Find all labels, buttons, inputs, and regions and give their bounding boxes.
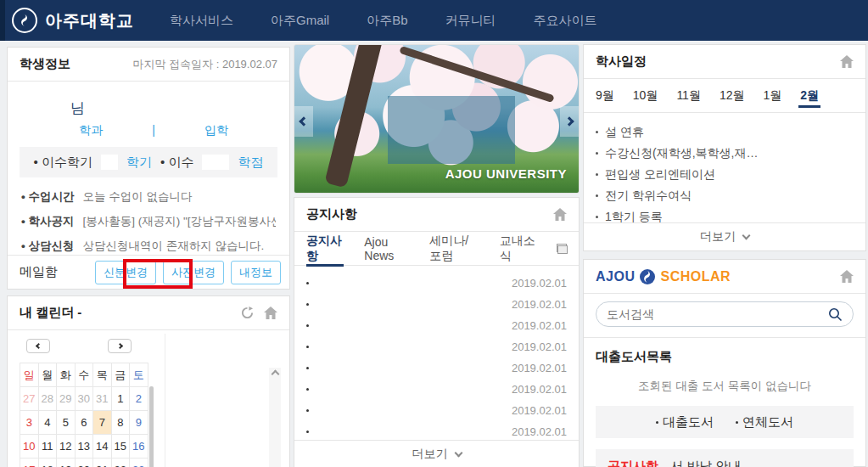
student-name-line: 님 — [8, 98, 289, 118]
mailbox-label[interactable]: 메일함 — [20, 264, 88, 280]
menu-item-academic-services[interactable]: 학사서비스 — [170, 13, 233, 29]
change-status-button[interactable]: 신분변경 — [95, 261, 156, 284]
calendar-prev-button[interactable] — [26, 339, 50, 353]
calendar-day-cell[interactable]: 20 — [76, 459, 94, 467]
calendar-day-cell[interactable]: 5 — [57, 411, 76, 435]
calendar-day-cell[interactable]: 11 — [39, 435, 58, 459]
notices-panel: 공지사항 공지사항 Ajou News 세미나/포럼 교내소식 2019.02.… — [294, 197, 580, 467]
calendar-next-button[interactable] — [108, 339, 132, 353]
ajou-scholar-logo[interactable]: AJOU SCHOLAR — [596, 268, 731, 285]
tab-ajou-news[interactable]: Ajou News — [364, 232, 409, 266]
university-logo[interactable]: 아주대학교 — [0, 8, 134, 33]
calendar-scrollbar-thumb[interactable] — [149, 386, 154, 467]
class-time-row: • 수업시간오늘 수업이 없습니다 — [21, 189, 276, 205]
tab-loaned-books[interactable]: 대출도서 — [656, 414, 714, 430]
my-calendar-panel: 내 캘린더 - 일 월 화 수 목 금 토 27 28 29 30 31 1 2… — [7, 295, 290, 467]
calendar-day-cell[interactable]: 28 — [39, 387, 58, 411]
calendar-day-cell[interactable]: 27 — [20, 387, 39, 411]
tab-month-feb[interactable]: 2월 — [800, 79, 819, 113]
calendar-day-cell[interactable]: 22 — [112, 459, 131, 467]
home-icon[interactable] — [553, 208, 567, 221]
counseling-row: • 상담신청상담신청내역이 존재하지 않습니다. — [21, 239, 276, 254]
refresh-icon[interactable] — [241, 307, 254, 319]
calendar-day-cell[interactable]: 14 — [93, 435, 112, 459]
calendar-today-cell[interactable]: 7 — [93, 411, 112, 435]
calendar-day-cell[interactable]: 12 — [57, 435, 76, 459]
notice-item[interactable]: 2019.02.01 — [306, 400, 567, 421]
change-photo-button[interactable]: 사진변경 — [163, 261, 224, 284]
home-icon[interactable] — [264, 307, 277, 319]
tab-seminar-forum[interactable]: 세미나/포럼 — [429, 232, 479, 266]
top-navbar: 아주대학교 학사서비스 아주Gmail 아주Bb 커뮤니티 주요사이트 — [0, 0, 868, 41]
notice-item[interactable]: 2019.02.01 — [306, 273, 567, 294]
day-header: 토 — [130, 363, 148, 387]
calendar-day-cell[interactable]: 8 — [112, 411, 131, 435]
semester-credit-box: • 이수학기 학기 • 이수 학점 — [20, 147, 277, 177]
notice-item[interactable]: 2019.02.01 — [306, 294, 567, 315]
search-icon[interactable] — [828, 307, 843, 322]
tab-month-oct[interactable]: 10월 — [633, 79, 658, 113]
home-icon[interactable] — [840, 270, 854, 283]
calendar-day-cell[interactable]: 1 — [112, 387, 131, 411]
tab-overdue-books[interactable]: 연체도서 — [736, 414, 793, 430]
tab-campus-news[interactable]: 교내소식 — [500, 232, 537, 266]
notice-item[interactable]: 2019.02.01 — [306, 336, 567, 357]
calendar-day-cell[interactable]: 21 — [93, 459, 112, 467]
notice-item[interactable]: 2019.02.01 — [306, 357, 567, 379]
schedule-item[interactable]: 설 연휴 — [596, 121, 854, 143]
calendar-day-cell[interactable]: 19 — [57, 459, 76, 467]
book-search-input[interactable] — [607, 307, 828, 321]
tab-month-dec[interactable]: 12월 — [720, 79, 745, 113]
tab-month-nov[interactable]: 11월 — [676, 79, 701, 113]
tab-month-jan[interactable]: 1월 — [764, 79, 782, 113]
calendar-body: 일 월 화 수 목 금 토 27 28 29 30 31 1 2 3 4 5 6… — [8, 330, 289, 467]
schedule-item[interactable]: 편입생 오리엔테이션 — [596, 164, 854, 185]
menu-item-bb[interactable]: 아주Bb — [367, 13, 407, 29]
calendar-day-cell[interactable]: 17 — [20, 459, 39, 467]
slider-next-button[interactable] — [560, 106, 579, 137]
academic-notice-row[interactable]: • 학사공지[봉사활동] (재공지) "[강남구자원봉사센터]… — [21, 214, 276, 229]
my-info-button[interactable]: 내정보 — [231, 261, 281, 284]
tab-notices[interactable]: 공지사항 — [306, 232, 344, 266]
notice-item[interactable]: 2019.02.01 — [306, 379, 567, 400]
photo-tree-trunk — [324, 44, 384, 188]
last-access-date: 마지막 접속일자 : 2019.02.07 — [132, 57, 277, 72]
calendar-day-cell[interactable]: 29 — [57, 387, 76, 411]
menu-item-gmail[interactable]: 아주Gmail — [271, 13, 329, 29]
day-header: 수 — [76, 363, 94, 387]
chevron-down-icon — [454, 449, 462, 458]
calendar-day-cell[interactable]: 16 — [130, 435, 148, 459]
schedule-item[interactable]: 전기 학위수여식 — [596, 185, 854, 206]
student-info-rows: • 수업시간오늘 수업이 없습니다 • 학사공지[봉사활동] (재공지) "[강… — [8, 177, 289, 254]
calendar-day-cell[interactable]: 18 — [39, 459, 58, 467]
calendar-day-cell[interactable]: 4 — [39, 411, 58, 435]
calendar-day-cell[interactable]: 3 — [20, 411, 39, 435]
calendar-day-cell[interactable]: 31 — [93, 387, 112, 411]
slider-prev-button[interactable] — [294, 106, 313, 137]
calendar-day-cell[interactable]: 2 — [130, 387, 148, 411]
schedule-item[interactable]: 수강신청(재학생,복학생,재… — [596, 143, 854, 164]
calendar-day-cell[interactable]: 15 — [112, 435, 131, 459]
student-info-title: 학생정보 — [20, 56, 70, 72]
schedule-header: 학사일정 — [584, 45, 865, 79]
schedule-more-button[interactable]: 더보기 — [584, 222, 865, 250]
calendar-day-cell[interactable]: 6 — [76, 411, 94, 435]
mailbox-row: 메일함 신분변경 사진변경 내정보 — [8, 255, 289, 289]
notice-item[interactable]: 2019.02.01 — [306, 315, 567, 336]
day-header: 화 — [57, 363, 76, 387]
tab-month-sep[interactable]: 9월 — [596, 79, 614, 113]
library-notice-row[interactable]: 공지사항 서 반납 안내 — [596, 449, 854, 467]
calendar-day-cell[interactable]: 10 — [20, 435, 39, 459]
calendar-day-cell[interactable]: 30 — [76, 387, 94, 411]
panel-scrollbar[interactable] — [269, 368, 281, 467]
home-icon[interactable] — [840, 55, 854, 68]
open-window-icon[interactable] — [557, 244, 567, 254]
menu-item-community[interactable]: 커뮤니티 — [445, 13, 496, 29]
calendar-divider — [165, 334, 165, 467]
notice-list: 2019.02.01 2019.02.01 2019.02.01 2019.02… — [294, 266, 579, 442]
calendar-day-cell[interactable]: 13 — [76, 435, 94, 459]
calendar-day-cell[interactable]: 9 — [130, 411, 148, 435]
calendar-day-cell[interactable]: 23 — [130, 459, 148, 467]
notices-more-button[interactable]: 더보기 — [294, 440, 579, 467]
menu-item-major-sites[interactable]: 주요사이트 — [534, 13, 597, 29]
